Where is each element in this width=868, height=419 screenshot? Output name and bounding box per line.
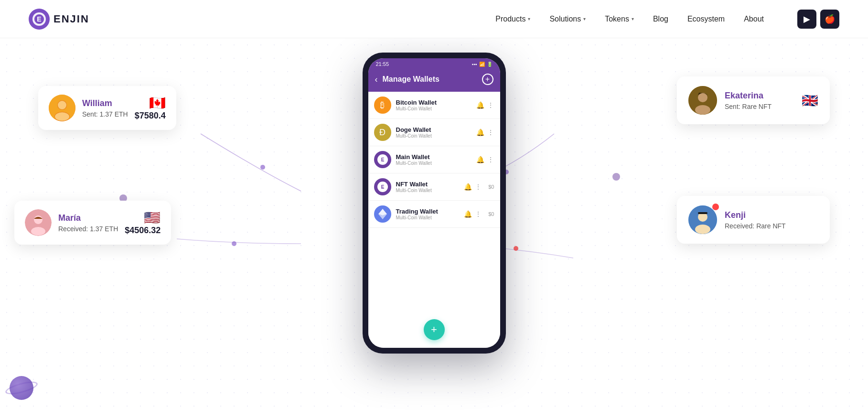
bell-icon[interactable]: 🔔	[476, 129, 484, 136]
status-icons: ▪▪▪ 📶 🔋	[472, 62, 493, 67]
more-icon[interactable]: ⋮	[475, 210, 482, 218]
wallet-name-doge: Doge Wallet	[396, 126, 472, 133]
avatar-kenji	[688, 205, 717, 234]
enjin-nft-icon: E	[374, 178, 391, 195]
nav-ecosystem[interactable]: Ecosystem	[687, 15, 725, 23]
nav-links: Products ▾ Solutions ▾ Tokens ▾ Blog Eco…	[495, 10, 839, 29]
bitcoin-icon: ₿	[374, 97, 391, 114]
trading-amount: $0	[485, 211, 494, 217]
more-icon[interactable]: ⋮	[487, 129, 494, 136]
wallet-item-trading[interactable]: Trading Wallet Multi-Coin Wallet 🔔 ⋮ $0	[368, 201, 500, 228]
nav-solutions[interactable]: Solutions ▾	[549, 15, 586, 23]
svg-text:E: E	[37, 15, 41, 23]
svg-point-17	[58, 101, 66, 109]
bell-icon[interactable]: 🔔	[476, 156, 484, 163]
chevron-down-icon: ▾	[632, 16, 634, 21]
notif-name-ekaterina: Ekaterina	[725, 91, 794, 101]
navbar: E ENJIN Products ▾ Solutions ▾ Tokens ▾ …	[0, 0, 868, 38]
chevron-down-icon: ▾	[583, 16, 586, 21]
fab-add-button[interactable]: +	[424, 319, 445, 340]
apple-store-button[interactable]: 🍎	[820, 10, 839, 29]
wallet-type-nft: Multi-Coin Wallet	[396, 188, 459, 193]
bell-icon[interactable]: 🔔	[464, 210, 472, 218]
more-icon[interactable]: ⋮	[475, 183, 482, 191]
wallet-name-main: Main Wallet	[396, 153, 472, 161]
nav-blog[interactable]: Blog	[653, 15, 668, 23]
notif-flag-ekaterina: 🇬🇧	[802, 93, 818, 108]
wallet-actions-nft: 🔔 ⋮ $0	[464, 183, 494, 191]
notif-action-kenji: Received: Rare NFT	[725, 222, 818, 230]
svg-point-20	[34, 215, 43, 224]
doge-icon: Ð	[374, 124, 391, 141]
card-right-maria: 🇺🇸 $4506.32	[125, 210, 161, 236]
logo-text: ENJIN	[54, 13, 89, 25]
card-flag-maria: 🇺🇸	[125, 210, 161, 226]
avatar-wrap-kenji	[688, 205, 717, 234]
wallet-info-bitcoin: Bitcoin Wallet Multi-Coin Wallet	[396, 99, 472, 111]
svg-point-18	[55, 112, 69, 121]
battery-icon: 🔋	[487, 62, 493, 67]
wallet-type-doge: Multi-Coin Wallet	[396, 133, 472, 139]
notif-name-kenji: Kenji	[725, 210, 818, 220]
notif-action-ekaterina: Sent: Rare NFT	[725, 103, 794, 110]
phone-shell: 21:55 ▪▪▪ 📶 🔋 ‹ Manage Wallets +	[363, 53, 506, 354]
wallet-info-main: Main Wallet Multi-Coin Wallet	[396, 153, 472, 166]
logo[interactable]: E ENJIN	[29, 9, 89, 30]
card-right-william: 🇨🇦 $7580.4	[135, 95, 166, 121]
avatar-ekaterina	[688, 86, 717, 115]
svg-point-27	[695, 225, 710, 234]
card-maria: María Received: 1.37 ETH 🇺🇸 $4506.32	[14, 201, 171, 245]
store-buttons: ▶ 🍎	[797, 10, 839, 29]
wallet-type-trading: Multi-Coin Wallet	[396, 215, 459, 220]
card-kenji: Kenji Received: Rare NFT	[677, 196, 830, 244]
card-ekaterina: Ekaterina Sent: Rare NFT 🇬🇧	[677, 76, 830, 124]
more-icon[interactable]: ⋮	[487, 156, 494, 163]
card-content-william: William Sent: 1.37 ETH	[82, 98, 128, 118]
card-content-maria: María Received: 1.37 ETH	[58, 213, 118, 233]
nav-products[interactable]: Products ▾	[495, 15, 530, 23]
nav-about[interactable]: About	[744, 15, 764, 23]
card-flag-william: 🇨🇦	[135, 95, 166, 111]
nav-tokens[interactable]: Tokens ▾	[605, 15, 634, 23]
wallet-actions-bitcoin: 🔔 ⋮	[476, 101, 494, 109]
wallet-item-nft[interactable]: E NFT Wallet Multi-Coin Wallet 🔔 ⋮ $0	[368, 173, 500, 201]
bell-icon[interactable]: 🔔	[476, 101, 484, 109]
svg-point-21	[31, 227, 45, 236]
notif-content-ekaterina: Ekaterina Sent: Rare NFT	[725, 91, 794, 110]
avatar-william	[49, 95, 75, 121]
add-wallet-button[interactable]: +	[482, 74, 493, 85]
wallet-type-main: Multi-Coin Wallet	[396, 161, 472, 166]
phone-mockup: 21:55 ▪▪▪ 📶 🔋 ‹ Manage Wallets +	[363, 53, 506, 358]
wifi-icon: 📶	[479, 62, 485, 67]
svg-rect-28	[698, 212, 707, 214]
online-status-dot	[712, 204, 719, 210]
back-button[interactable]: ‹	[375, 75, 378, 85]
card-amount-maria: $4506.32	[125, 226, 161, 236]
svg-point-24	[695, 105, 710, 115]
wallet-name-bitcoin: Bitcoin Wallet	[396, 99, 472, 106]
status-time: 21:55	[376, 61, 389, 67]
phone-header: ‹ Manage Wallets +	[368, 69, 500, 92]
bell-icon[interactable]: 🔔	[464, 183, 472, 191]
card-action-william: Sent: 1.37 ETH	[82, 110, 128, 118]
nft-amount: $0	[485, 184, 494, 190]
svg-text:E: E	[381, 184, 384, 190]
more-icon[interactable]: ⋮	[487, 101, 494, 109]
wallet-item-bitcoin[interactable]: ₿ Bitcoin Wallet Multi-Coin Wallet 🔔 ⋮	[368, 92, 500, 119]
wallet-type-bitcoin: Multi-Coin Wallet	[396, 106, 472, 111]
wallet-item-doge[interactable]: Ð Doge Wallet Multi-Coin Wallet 🔔 ⋮	[368, 119, 500, 146]
wallet-name-nft: NFT Wallet	[396, 181, 459, 188]
hero-section: 21:55 ▪▪▪ 📶 🔋 ‹ Manage Wallets +	[0, 38, 868, 419]
card-amount-william: $7580.4	[135, 111, 166, 121]
wallet-item-main[interactable]: E Main Wallet Multi-Coin Wallet 🔔 ⋮	[368, 146, 500, 173]
status-bar: 21:55 ▪▪▪ 📶 🔋	[368, 58, 500, 69]
signal-icon: ▪▪▪	[472, 62, 477, 67]
google-play-button[interactable]: ▶	[797, 10, 816, 29]
enjin-icon: E	[374, 151, 391, 168]
planet-deco	[10, 376, 33, 400]
card-william: William Sent: 1.37 ETH 🇨🇦 $7580.4	[38, 86, 176, 130]
card-name-william: William	[82, 98, 128, 108]
wallet-actions-doge: 🔔 ⋮	[476, 129, 494, 136]
phone-screen: 21:55 ▪▪▪ 📶 🔋 ‹ Manage Wallets +	[368, 58, 500, 348]
phone-screen-title: Manage Wallets	[383, 75, 477, 84]
